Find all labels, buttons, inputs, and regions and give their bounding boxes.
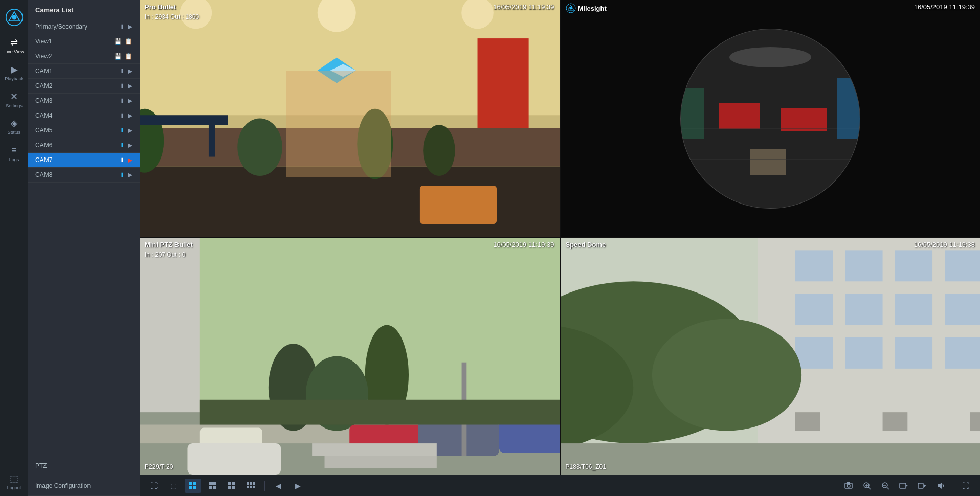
zoom-out-button[interactable] [877, 479, 894, 493]
video-cell-3[interactable]: Mini PTZ Bullet 16/05/2019 11:19:39 In :… [140, 238, 560, 475]
svg-marker-113 [924, 484, 926, 487]
svg-line-106 [868, 487, 871, 489]
ptz-item[interactable]: PTZ [28, 456, 140, 476]
layout2-button[interactable] [224, 479, 240, 493]
prev-icon: ◀ [276, 482, 281, 490]
cell3-datetime: 16/05/2019 11:19:39 [493, 241, 554, 249]
zoom-in-button[interactable] [859, 479, 875, 493]
svg-rect-85 [189, 486, 192, 489]
video-cell-1[interactable]: Pro Bullet 16/05/2019 11:19:39 In : 2934… [140, 0, 560, 237]
cam1-play-icon[interactable]: ▶ [128, 67, 132, 75]
volume-button[interactable] [932, 479, 949, 493]
cam6-item[interactable]: CAM6 ⏸ ▶ [28, 138, 140, 153]
layout1-button[interactable] [204, 479, 220, 493]
record-button[interactable] [914, 479, 930, 493]
view1-item[interactable]: View1 💾 📋 [28, 34, 140, 49]
cam5-item[interactable]: CAM5 ⏸ ▶ [28, 123, 140, 138]
svg-rect-91 [232, 482, 235, 485]
video-cell-4[interactable]: Speed Dome 16/05/2019 11:19:38 P183/T06_… [561, 238, 981, 475]
cam6-stream-icon[interactable]: ⏸ [119, 142, 125, 149]
sidebar-item-logs[interactable]: ≡ Logs [0, 141, 28, 168]
sidebar-item-playback[interactable]: ▶ Playback [0, 60, 28, 87]
cam2-stream-icon[interactable]: ⏸ [119, 82, 125, 89]
cam7-stream-icon[interactable]: ⏸ [119, 156, 125, 164]
image-config-item[interactable]: Image Configuration [28, 476, 140, 496]
cell3-title: Mini PTZ Bullet [145, 241, 193, 249]
svg-rect-62 [945, 250, 980, 281]
svg-rect-60 [845, 250, 882, 281]
camera-switch-button[interactable] [896, 479, 912, 493]
svg-rect-54 [325, 456, 437, 468]
svg-rect-18 [140, 115, 228, 125]
single-view-button[interactable]: ▢ [165, 479, 182, 493]
sidebar-item-live-view[interactable]: ⇌ Live View [0, 33, 28, 60]
sidebar-item-logout[interactable]: ⬚ Logout [0, 469, 28, 496]
view2-save-icon[interactable]: 💾 [114, 53, 122, 60]
cam5-icons: ⏸ ▶ [119, 127, 132, 134]
cam4-item[interactable]: CAM4 ⏸ ▶ [28, 108, 140, 123]
view1-open-icon[interactable]: 📋 [125, 38, 132, 45]
fullscreen-button[interactable]: ⛶ [146, 479, 162, 493]
cam8-play-icon[interactable]: ▶ [128, 171, 132, 178]
cam3-play-icon[interactable]: ▶ [128, 97, 132, 104]
cam7-label: CAM7 [35, 156, 119, 164]
primary-secondary-icons: ⏸ ▶ [119, 23, 132, 30]
next-button[interactable]: ▶ [289, 479, 306, 493]
video-cell-2[interactable]: Milesight 16/05/2019 11:19:39 [561, 0, 981, 237]
prev-button[interactable]: ◀ [270, 479, 286, 493]
svg-rect-56 [200, 400, 560, 425]
view1-save-icon[interactable]: 💾 [114, 38, 122, 45]
live-view-icon: ⇌ [10, 38, 18, 47]
quad-view-button[interactable] [185, 479, 201, 493]
svg-rect-112 [918, 483, 923, 488]
cam3-icons: ⏸ ▶ [119, 97, 132, 104]
cam1-label: CAM1 [35, 67, 119, 75]
primary-secondary-play-icon[interactable]: ⏸ [119, 23, 125, 30]
cam7-item[interactable]: CAM7 ⏸ ▶ [28, 153, 140, 168]
svg-rect-88 [209, 486, 212, 489]
cam8-stream-icon[interactable]: ⏸ [119, 171, 125, 178]
cam5-play-icon[interactable]: ▶ [128, 127, 132, 134]
cam5-label: CAM5 [35, 127, 119, 134]
cam3-stream-icon[interactable]: ⏸ [119, 97, 125, 104]
cam5-stream-icon[interactable]: ⏸ [119, 127, 125, 134]
cam6-label: CAM6 [35, 142, 119, 149]
svg-rect-52 [187, 443, 281, 475]
image-config-label: Image Configuration [35, 482, 91, 489]
primary-secondary-group[interactable]: Primary/Secondary ⏸ ▶ [28, 19, 140, 34]
cam3-label: CAM3 [35, 97, 119, 104]
toolbar-separator-1 [264, 481, 265, 491]
svg-rect-65 [845, 294, 882, 325]
cam6-play-icon[interactable]: ▶ [128, 142, 132, 149]
svg-rect-25 [719, 103, 760, 129]
screenshot-button[interactable] [840, 479, 857, 493]
svg-rect-53 [312, 443, 437, 456]
expand-button[interactable]: ⛶ [957, 479, 974, 493]
cam2-item[interactable]: CAM2 ⏸ ▶ [28, 79, 140, 94]
primary-secondary-expand-icon[interactable]: ▶ [128, 23, 132, 30]
cam1-stream-icon[interactable]: ⏸ [119, 67, 125, 75]
view1-icons: 💾 📋 [114, 38, 132, 45]
svg-rect-96 [253, 482, 255, 485]
cam2-play-icon[interactable]: ▶ [128, 82, 132, 89]
view2-item[interactable]: View2 💾 📋 [28, 49, 140, 64]
svg-rect-69 [795, 337, 832, 369]
cam4-stream-icon[interactable]: ⏸ [119, 112, 125, 119]
svg-rect-31 [678, 88, 704, 139]
cam3-item[interactable]: CAM3 ⏸ ▶ [28, 94, 140, 108]
status-icon: ◈ [11, 119, 18, 128]
view2-label: View2 [35, 53, 114, 60]
cam1-item[interactable]: CAM1 ⏸ ▶ [28, 64, 140, 79]
layout3-button[interactable] [243, 479, 259, 493]
svg-rect-66 [895, 294, 932, 325]
svg-rect-92 [232, 486, 235, 489]
ptz-label: PTZ [35, 462, 47, 469]
view2-open-icon[interactable]: 📋 [125, 53, 132, 60]
cam7-play-icon[interactable]: ▶ [128, 156, 132, 164]
cam8-item[interactable]: CAM8 ⏸ ▶ [28, 168, 140, 183]
svg-rect-59 [795, 250, 832, 281]
sidebar-item-settings[interactable]: ✕ Settings [0, 87, 28, 114]
cam4-play-icon[interactable]: ▶ [128, 112, 132, 119]
cam7-icons: ⏸ ▶ [119, 156, 132, 164]
sidebar-item-status[interactable]: ◈ Status [0, 114, 28, 141]
